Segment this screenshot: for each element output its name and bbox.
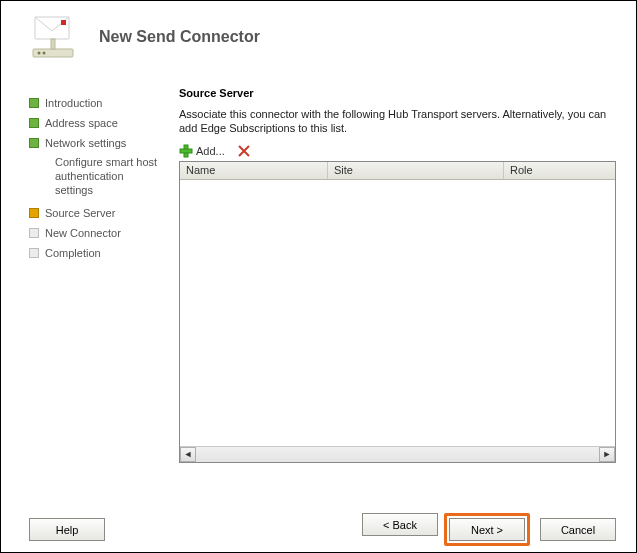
step-network-settings[interactable]: Network settings <box>29 133 179 153</box>
section-title: Source Server <box>179 87 616 99</box>
column-header-site[interactable]: Site <box>328 162 504 179</box>
nav-button-group: < Back Next > <box>362 513 530 546</box>
wizard-title: New Send Connector <box>99 28 260 46</box>
substep-smart-host-auth[interactable]: Configure smart host authentication sett… <box>29 153 159 203</box>
add-button[interactable]: Add... <box>179 144 225 158</box>
section-description: Associate this connector with the follow… <box>179 107 616 136</box>
plus-icon <box>179 144 193 158</box>
step-address-space[interactable]: Address space <box>29 113 179 133</box>
scroll-right-icon[interactable]: ► <box>599 447 615 462</box>
wizard-frame: { "header": { "title": "New Send Connect… <box>0 0 637 553</box>
step-label: Introduction <box>45 97 102 109</box>
step-source-server[interactable]: Source Server <box>29 203 179 223</box>
mail-server-icon <box>29 13 77 61</box>
wizard-body: Introduction Address space Network setti… <box>1 67 636 487</box>
wizard-header: New Send Connector <box>1 1 636 67</box>
step-status-icon <box>29 228 39 238</box>
wizard-main-panel: Source Server Associate this connector w… <box>179 67 616 477</box>
step-status-icon <box>29 118 39 128</box>
help-button[interactable]: Help <box>29 518 105 541</box>
horizontal-scrollbar[interactable]: ◄ ► <box>180 446 615 462</box>
next-button-highlight: Next > <box>444 513 530 546</box>
svg-rect-1 <box>61 20 66 25</box>
svg-point-5 <box>43 52 46 55</box>
step-status-icon <box>29 248 39 258</box>
svg-point-4 <box>38 52 41 55</box>
svg-rect-3 <box>51 39 55 49</box>
step-status-icon <box>29 208 39 218</box>
column-header-name[interactable]: Name <box>180 162 328 179</box>
step-label: New Connector <box>45 227 121 239</box>
servers-table: Name Site Role ◄ ► <box>179 161 616 463</box>
svg-rect-7 <box>180 149 192 153</box>
x-icon <box>237 144 251 158</box>
step-label: Source Server <box>45 207 115 219</box>
column-header-role[interactable]: Role <box>504 162 615 179</box>
step-introduction[interactable]: Introduction <box>29 93 179 113</box>
table-body-empty[interactable] <box>180 180 615 446</box>
table-header: Name Site Role <box>180 162 615 180</box>
step-label: Network settings <box>45 137 126 149</box>
add-label: Add... <box>196 145 225 157</box>
cancel-button[interactable]: Cancel <box>540 518 616 541</box>
step-label: Address space <box>45 117 118 129</box>
step-completion[interactable]: Completion <box>29 243 179 263</box>
next-button[interactable]: Next > <box>449 518 525 541</box>
wizard-steps-sidebar: Introduction Address space Network setti… <box>29 67 179 477</box>
step-status-icon <box>29 138 39 148</box>
step-label: Completion <box>45 247 101 259</box>
step-status-icon <box>29 98 39 108</box>
back-button[interactable]: < Back <box>362 513 438 536</box>
wizard-footer: Help < Back Next > Cancel <box>1 487 636 546</box>
step-new-connector[interactable]: New Connector <box>29 223 179 243</box>
remove-button[interactable] <box>237 144 251 158</box>
list-toolbar: Add... <box>179 142 616 161</box>
scroll-left-icon[interactable]: ◄ <box>180 447 196 462</box>
